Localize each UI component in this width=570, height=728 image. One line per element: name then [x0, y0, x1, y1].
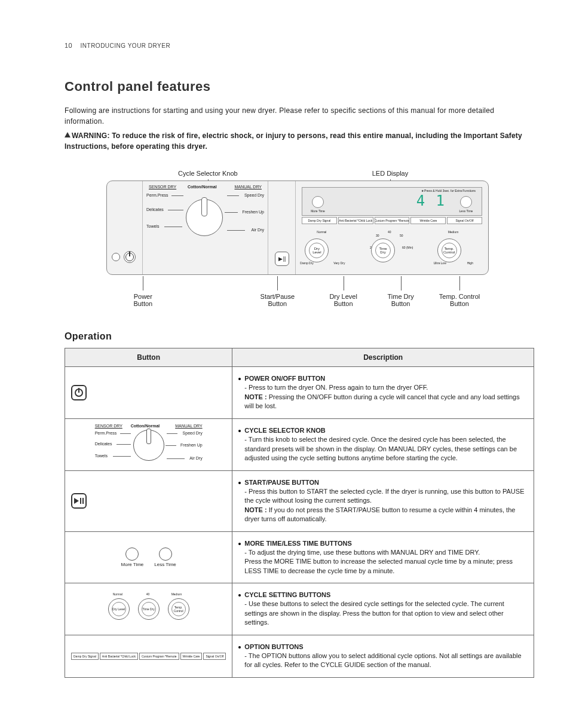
opt-custom-program[interactable]: Custom Program *Remote	[375, 217, 410, 224]
warning-icon	[65, 132, 71, 137]
row-opt-line: - The OPTION buttons allow you to select…	[244, 652, 521, 668]
drylevel-top: Normal	[317, 230, 326, 234]
timedry-top: 40	[388, 230, 391, 234]
temp-right: High	[467, 261, 473, 265]
led-display: ★ Press & Hold 3sec. for Extra Functions…	[302, 187, 482, 216]
cycle-perm-press: Perm.Press	[146, 193, 168, 197]
row-knob-title: CYCLE SELECTOR KNOB	[244, 427, 325, 434]
operation-table: Button Description POWER ON/OFF BUTTON -…	[65, 348, 534, 678]
row-cycle-setting: Normal Dry Level 40 Time Dry Medium Temp…	[65, 583, 534, 635]
operation-heading: Operation	[65, 331, 534, 342]
row-sp-title: START/PAUSE BUTTON	[244, 479, 319, 486]
drylevel-left: Damp Dry	[300, 261, 314, 265]
control-panel: SENSOR DRY MANUAL DRY Cotton/Normal Perm…	[106, 181, 489, 275]
control-panel-diagram: Cycle Selector Knob LED Display SENSOR D…	[106, 170, 489, 307]
opt-damp-dry-signal[interactable]: Damp Dry Signal	[302, 217, 337, 224]
timedry-60: 60 (Min)	[402, 246, 413, 249]
opt-anti-bacterial[interactable]: Anti Bacterial *Child Lock	[338, 217, 373, 224]
temp-top: Medium	[448, 230, 459, 234]
more-less-icon: More Time Less Time	[71, 547, 226, 567]
row-cs-title: CYCLE SETTING BUTTONS	[244, 591, 330, 598]
manual-dry-heading: MANUAL DRY	[234, 185, 262, 189]
timedry-50: 50	[400, 234, 403, 237]
power-button-icon	[71, 385, 87, 400]
row-more-less: More Time Less Time MORE TIME/LESS TIME …	[65, 531, 534, 583]
warning-text: WARNING: To reduce the risk of fire, ele…	[65, 130, 534, 152]
row-power: POWER ON/OFF BUTTON - Press to turn the …	[65, 367, 534, 419]
temp-control-button[interactable]: Temp. Control	[437, 238, 461, 262]
dry-level-button[interactable]: Dry Level	[305, 238, 329, 262]
row-option: Damp Dry Signal Anti Bacterial *Child Lo…	[65, 635, 534, 677]
row-ml-line1: - To adjust the drying time, use these b…	[244, 549, 480, 556]
row-cycle-selector: SENSOR DRY MANUAL DRY Cotton/Normal Perm…	[65, 418, 534, 470]
label-start-pause-button: Start/Pause Button	[252, 293, 304, 307]
power-button[interactable]	[124, 251, 136, 263]
cycle-selector-knob[interactable]	[186, 199, 223, 236]
intro-text: Following are instructions for starting …	[65, 105, 534, 127]
cycle-delicates: Delicates	[146, 207, 164, 212]
row-knob-line: - Turn this knob to select the desired c…	[244, 436, 517, 461]
row-start-pause: START/PAUSE BUTTON - Press this button t…	[65, 470, 534, 531]
label-cycle-selector-knob: Cycle Selector Knob	[178, 170, 238, 177]
time-dry-button[interactable]: Time Dry	[371, 238, 395, 262]
label-led-display: LED Display	[372, 170, 409, 177]
opt-signal-onoff[interactable]: Signal On/Off	[447, 217, 482, 224]
more-time-button[interactable]	[312, 196, 324, 208]
less-time-button[interactable]	[460, 196, 472, 208]
cycle-towels: Towels	[146, 224, 159, 228]
cycle-air-dry: Air Dry	[252, 228, 264, 232]
start-pause-icon	[71, 493, 87, 509]
label-temp-control-button: Temp. Control Button	[430, 293, 489, 307]
less-time-label: Less Time	[459, 209, 473, 213]
temp-left: Ultra Low	[434, 261, 446, 265]
th-description: Description	[232, 348, 534, 367]
start-pause-button[interactable]: ▶||	[275, 252, 289, 266]
row-sp-line: - Press this button to START the selecte…	[244, 488, 524, 504]
th-button: Button	[65, 348, 232, 367]
page-header: 10 INTRODUCING YOUR DRYER	[65, 42, 534, 49]
label-time-dry-button: Time Dry Button	[378, 293, 423, 307]
cycle-selector-icon: SENSOR DRY MANUAL DRY Cotton/Normal Perm…	[95, 424, 203, 466]
label-power-button: Power Button	[124, 293, 162, 307]
row-ml-line2: Press the MORE TIME button to increase t…	[244, 558, 513, 574]
cycle-freshen-up: Freshen Up	[242, 210, 264, 214]
cycle-setting-icon: Normal Dry Level 40 Time Dry Medium Temp…	[71, 598, 226, 620]
page-section: INTRODUCING YOUR DRYER	[81, 42, 171, 49]
smart-diagnosis-icon	[112, 253, 120, 261]
drylevel-right: Very Dry	[333, 261, 345, 265]
row-power-note: NOTE : Pressing the ON/OFF button during…	[244, 393, 519, 409]
row-ml-title: MORE TIME/LESS TIME BUTTONS	[244, 540, 351, 547]
cycle-cotton-normal: Cotton/Normal	[188, 185, 217, 189]
page-number: 10	[65, 42, 72, 49]
row-sp-note: NOTE : If you do not press the START/PAU…	[244, 506, 515, 522]
option-button-row: Damp Dry Signal Anti Bacterial *Child Lo…	[302, 217, 482, 224]
label-dry-level-button: Dry Level Button	[320, 293, 366, 307]
cycle-speed-dry: Speed Dry	[244, 193, 264, 197]
row-opt-title: OPTION BUTTONS	[244, 643, 303, 650]
row-cs-line: - Use these buttons to select the desire…	[244, 600, 504, 626]
more-time-label: More Time	[311, 209, 325, 213]
time-display: 4 1	[416, 192, 446, 209]
opt-wrinkle-care[interactable]: Wrinkle Care	[410, 217, 446, 224]
sensor-dry-heading: SENSOR DRY	[149, 185, 176, 189]
timedry-30: 30	[376, 234, 379, 237]
warning-content: WARNING: To reduce the risk of fire, ele…	[65, 131, 522, 151]
row-power-line: - Press to turn the dryer ON. Press agai…	[244, 384, 428, 391]
section-title: Control panel features	[65, 79, 534, 94]
row-power-title: POWER ON/OFF BUTTON	[244, 375, 325, 382]
option-buttons-icon: Damp Dry Signal Anti Bacterial *Child Lo…	[71, 653, 226, 660]
